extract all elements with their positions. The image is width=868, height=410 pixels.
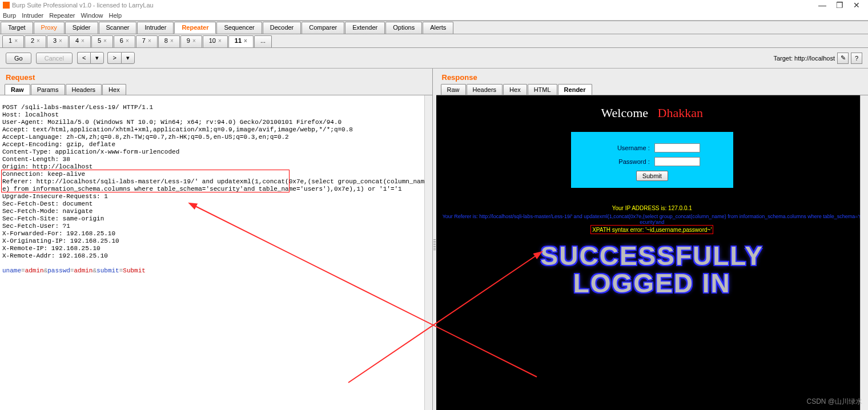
cancel-button[interactable]: Cancel xyxy=(36,53,73,64)
go-button[interactable]: Go xyxy=(6,53,31,64)
dropdown-icon: ▾ xyxy=(90,52,104,64)
edit-target-button[interactable]: ✎ xyxy=(837,53,849,64)
response-tab-render[interactable]: Render xyxy=(558,84,592,95)
scrollbar[interactable] xyxy=(860,95,868,410)
history-forward-button[interactable]: > ▾ xyxy=(107,52,134,64)
close-icon: × xyxy=(126,38,129,44)
success-banner: SUCCESSFULLY LOGGED IN xyxy=(436,242,869,298)
menu-repeater[interactable]: Repeater xyxy=(49,12,75,19)
main-tab-bar: Target Proxy Spider Scanner Intruder Rep… xyxy=(0,21,868,34)
welcome-heading: Welcome Dhakkan xyxy=(436,95,869,120)
tab-alerts[interactable]: Alerts xyxy=(423,22,453,34)
minimize-button[interactable]: — xyxy=(814,1,831,10)
highlight-box-xpath: XPATH syntax error: '~id,username,passwo… xyxy=(590,225,713,234)
subtab-9[interactable]: 9× xyxy=(180,35,202,47)
close-icon: × xyxy=(59,38,62,44)
split-pane: Request Raw Params Headers Hex POST /sql… xyxy=(0,69,868,410)
close-icon: × xyxy=(148,38,151,44)
tab-target[interactable]: Target xyxy=(1,22,33,34)
chevron-right-icon: > xyxy=(107,52,120,64)
subtab-add[interactable]: ... xyxy=(254,35,272,47)
tab-extender[interactable]: Extender xyxy=(345,22,385,34)
subtab-4[interactable]: 4× xyxy=(69,35,91,47)
response-tab-headers[interactable]: Headers xyxy=(467,84,503,95)
target-label: Target: http://localhost xyxy=(773,55,835,62)
history-back-button[interactable]: < ▾ xyxy=(77,52,104,64)
password-input[interactable] xyxy=(654,157,700,166)
close-icon: × xyxy=(103,38,107,44)
response-title: Response xyxy=(436,69,869,84)
response-tab-hex[interactable]: Hex xyxy=(503,84,527,95)
subtab-3[interactable]: 3× xyxy=(47,35,69,47)
request-pane: Request Raw Params Headers Hex POST /sql… xyxy=(0,69,433,410)
request-tab-hex[interactable]: Hex xyxy=(102,84,126,95)
title-bar: Burp Suite Professional v1.0 - licensed … xyxy=(0,0,868,10)
subtab-10[interactable]: 10× xyxy=(203,35,228,47)
response-render-view: Welcome Dhakkan Username : Password : Su… xyxy=(436,95,869,410)
app-logo-icon xyxy=(3,2,10,9)
tab-options[interactable]: Options xyxy=(385,22,422,34)
dhakkan-text: Dhakkan xyxy=(658,106,703,120)
request-tab-params[interactable]: Params xyxy=(31,84,65,95)
request-tab-headers[interactable]: Headers xyxy=(66,84,102,95)
subtab-2[interactable]: 2× xyxy=(25,35,46,47)
request-view-tabs: Raw Params Headers Hex xyxy=(0,84,432,95)
tab-repeater[interactable]: Repeater xyxy=(174,22,216,34)
watermark: CSDN @山川绿水 xyxy=(806,397,862,407)
subtab-5[interactable]: 5× xyxy=(91,35,113,47)
request-title: Request xyxy=(0,69,432,84)
close-icon: × xyxy=(81,38,85,44)
xpath-error-line: XPATH syntax error: '~id,username,passwo… xyxy=(592,227,712,233)
request-tab-raw[interactable]: Raw xyxy=(5,84,30,95)
subtab-11[interactable]: 11× xyxy=(228,35,254,47)
close-button[interactable]: ✕ xyxy=(848,1,865,10)
tab-decoder[interactable]: Decoder xyxy=(263,22,302,34)
response-tab-html[interactable]: HTML xyxy=(528,84,557,95)
scrollbar[interactable] xyxy=(424,95,432,410)
menu-burp[interactable]: Burp xyxy=(3,12,16,19)
request-editor[interactable]: POST /sqli-labs-master/Less-19/ HTTP/1.1… xyxy=(0,95,432,410)
maximize-button[interactable]: ❐ xyxy=(831,1,848,10)
submit-button[interactable]: Submit xyxy=(636,171,668,181)
menu-bar: Burp Intruder Repeater Window Help xyxy=(0,10,868,21)
username-label: Username : xyxy=(604,144,650,151)
close-icon: × xyxy=(192,38,196,44)
subtab-8[interactable]: 8× xyxy=(158,35,180,47)
dropdown-icon: ▾ xyxy=(121,52,135,64)
tab-proxy[interactable]: Proxy xyxy=(34,22,65,34)
username-input[interactable] xyxy=(654,143,700,152)
login-form: Username : Password : Submit xyxy=(571,132,733,188)
close-icon: × xyxy=(14,38,18,44)
subtab-6[interactable]: 6× xyxy=(114,35,135,47)
response-pane: Response Raw Headers Hex HTML Render Wel… xyxy=(436,69,869,410)
tab-scanner[interactable]: Scanner xyxy=(99,22,137,34)
subtab-1[interactable]: 1× xyxy=(2,35,24,47)
close-icon: × xyxy=(244,38,247,44)
repeater-toolbar: Go Cancel < ▾ > ▾ Target: http://localho… xyxy=(0,48,868,69)
tab-spider[interactable]: Spider xyxy=(65,22,98,34)
menu-help[interactable]: Help xyxy=(109,12,122,19)
menu-window[interactable]: Window xyxy=(81,12,103,19)
subtab-7[interactable]: 7× xyxy=(136,35,158,47)
window-title: Burp Suite Professional v1.0 - licensed … xyxy=(12,2,154,9)
password-label: Password : xyxy=(604,158,650,165)
repeater-sub-tabs: 1× 2× 3× 4× 5× 6× 7× 8× 9× 10× 11× ... xyxy=(0,34,868,48)
chevron-left-icon: < xyxy=(77,52,90,64)
menu-intruder[interactable]: Intruder xyxy=(22,12,43,19)
response-tab-raw[interactable]: Raw xyxy=(441,84,466,95)
help-button[interactable]: ? xyxy=(851,53,862,64)
referer-echo-line: Your Referer is: http://localhost/sqli-l… xyxy=(436,214,869,225)
tab-sequencer[interactable]: Sequencer xyxy=(216,22,262,34)
close-icon: × xyxy=(218,38,222,44)
close-icon: × xyxy=(170,38,174,44)
close-icon: × xyxy=(37,38,40,44)
tab-comparer[interactable]: Comparer xyxy=(302,22,344,34)
tab-intruder[interactable]: Intruder xyxy=(137,22,174,34)
response-view-tabs: Raw Headers Hex HTML Render xyxy=(436,84,869,95)
ip-address-line: Your IP ADDRESS is: 127.0.0.1 xyxy=(436,205,869,211)
